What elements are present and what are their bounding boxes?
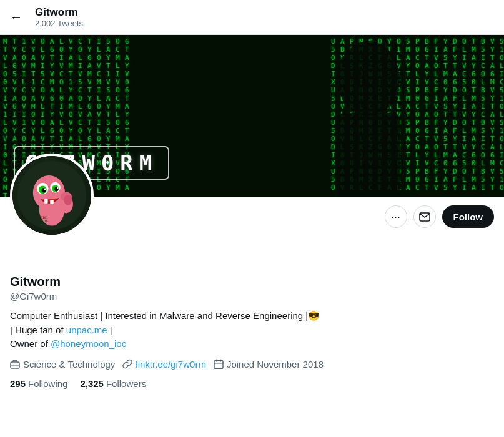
svg-text:I: I [12, 110, 17, 119]
svg-text:L: L [59, 86, 64, 94]
svg-text:O: O [97, 135, 101, 143]
svg-text:0: 0 [69, 110, 73, 119]
svg-text:T: T [443, 143, 448, 151]
svg-text:6: 6 [12, 102, 17, 110]
message-button[interactable] [413, 205, 436, 228]
svg-text:F: F [453, 46, 457, 54]
svg-text:L: L [462, 175, 467, 184]
svg-text:O: O [500, 54, 504, 62]
svg-text:C: C [116, 46, 120, 54]
svg-text:I: I [22, 70, 26, 78]
svg-text:V: V [97, 110, 101, 119]
followers-stat[interactable]: 2,325 Followers [80, 378, 146, 389]
more-options-button[interactable]: ··· [385, 205, 407, 228]
meta-row: Science & Technology linktr.ee/gi7w0rm J… [10, 359, 494, 370]
svg-text:A: A [50, 119, 54, 127]
bio-text-pre3: Owner of [10, 338, 51, 349]
svg-text:L: L [434, 70, 438, 78]
svg-text:1: 1 [3, 110, 7, 119]
svg-text:5: 5 [12, 70, 17, 78]
svg-text:A: A [406, 54, 410, 62]
svg-text:Y: Y [69, 86, 73, 94]
svg-text:A: A [106, 127, 111, 135]
bio-link-honeymoon[interactable]: @honeymoon_ioc [51, 338, 126, 349]
svg-text:6: 6 [12, 62, 17, 70]
svg-text:A: A [31, 54, 36, 62]
bio-text-post2: | [107, 325, 112, 335]
svg-text:M: M [443, 151, 448, 159]
back-button[interactable]: ← [10, 10, 22, 24]
svg-text:1: 1 [69, 78, 73, 86]
svg-text:I: I [97, 86, 101, 94]
svg-text:5: 5 [406, 37, 410, 46]
svg-text:T: T [443, 110, 448, 119]
svg-text:A: A [87, 62, 92, 70]
svg-text:T: T [50, 135, 54, 143]
svg-text:A: A [69, 94, 73, 102]
svg-text:T: T [3, 46, 7, 54]
svg-text:V: V [125, 70, 129, 78]
svg-text:O: O [500, 184, 504, 192]
svg-text:L: L [116, 110, 120, 119]
svg-text:L: L [78, 135, 82, 143]
svg-text:5: 5 [331, 94, 335, 102]
follow-button[interactable]: Follow [442, 205, 495, 228]
svg-text:F: F [453, 94, 457, 102]
svg-text:T: T [425, 135, 429, 143]
svg-text:O: O [116, 37, 120, 46]
svg-text:Y: Y [443, 37, 448, 46]
svg-text:1: 1 [106, 70, 111, 78]
svg-text:T: T [50, 102, 54, 110]
svg-text:1: 1 [500, 175, 504, 184]
svg-text:Y: Y [31, 86, 36, 94]
svg-text:6: 6 [425, 175, 429, 184]
svg-text:T: T [125, 94, 129, 102]
svg-text:6: 6 [50, 94, 54, 102]
svg-text:V: V [87, 78, 92, 86]
svg-text:A: A [472, 54, 476, 62]
svg-text:1: 1 [22, 119, 26, 127]
svg-text:V: V [490, 119, 495, 127]
svg-text:T: T [490, 184, 495, 192]
svg-text:F: F [453, 127, 457, 135]
svg-text:5: 5 [331, 46, 335, 54]
svg-text:M: M [116, 102, 120, 110]
svg-text:F: F [434, 119, 438, 127]
svg-text:6: 6 [125, 37, 129, 46]
svg-text:I: I [41, 110, 45, 119]
svg-text:C: C [481, 143, 485, 151]
link-url[interactable]: linktr.ee/gi7w0rm [136, 359, 206, 370]
svg-text:A: A [425, 110, 429, 119]
svg-text:C: C [462, 70, 467, 78]
svg-text:Y: Y [87, 94, 92, 102]
svg-text:V: V [462, 143, 467, 151]
svg-text:I: I [415, 78, 420, 86]
svg-text:T: T [472, 37, 476, 46]
svg-text:V: V [41, 94, 45, 102]
svg-text:P: P [415, 167, 420, 175]
svg-text:6: 6 [87, 135, 92, 143]
svg-text:B: B [481, 37, 485, 46]
svg-text:M: M [406, 175, 410, 184]
svg-text:6: 6 [87, 54, 92, 62]
svg-text:C: C [22, 46, 26, 54]
svg-text:A: A [125, 135, 129, 143]
profile-info: Gitworm @Gi7w0rm Computer Enthusiast | I… [0, 228, 504, 396]
bio-link-unpac[interactable]: unpac.me [66, 325, 107, 335]
svg-text:O: O [481, 151, 485, 159]
svg-text:A: A [490, 110, 495, 119]
svg-text:5: 5 [481, 175, 485, 184]
svg-text:L: L [500, 110, 504, 119]
svg-text:Y: Y [453, 135, 457, 143]
svg-text:Y: Y [125, 62, 129, 70]
svg-text:A: A [406, 102, 410, 110]
svg-text:5: 5 [78, 78, 82, 86]
svg-text:A: A [406, 135, 410, 143]
svg-text:O: O [415, 62, 420, 70]
svg-text:I: I [481, 184, 485, 192]
header-tweet-count: 2,002 Tweets [35, 19, 83, 28]
svg-text:C: C [500, 78, 504, 86]
svg-text:5: 5 [106, 37, 111, 46]
following-stat[interactable]: 295 Following [10, 378, 67, 389]
svg-text:6: 6 [50, 127, 54, 135]
